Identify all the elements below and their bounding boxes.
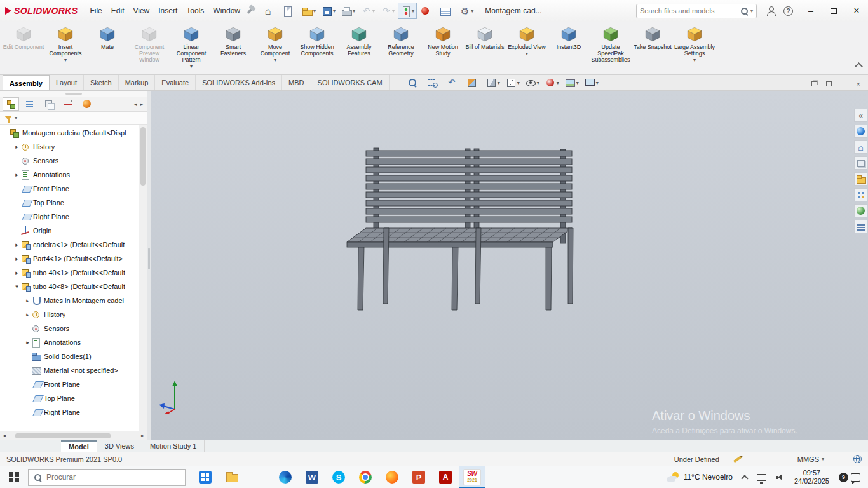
tree-item[interactable]: Origin bbox=[0, 224, 139, 238]
doc-close-button[interactable]: × bbox=[857, 80, 860, 88]
tree-item[interactable]: Front Plane bbox=[0, 377, 139, 391]
ribbon-button[interactable]: Bill of Materials ▾ bbox=[464, 24, 506, 74]
print-button[interactable]: ▾ bbox=[339, 3, 358, 19]
firefox-icon[interactable] bbox=[379, 466, 405, 488]
view-palette-tab[interactable] bbox=[854, 188, 867, 201]
document-tab[interactable]: Motion Study 1 bbox=[142, 440, 205, 452]
design-library-tab[interactable] bbox=[854, 156, 867, 170]
tree-item[interactable]: ▸ Mates in Montagem cadei bbox=[0, 294, 139, 308]
filter-dropdown-icon[interactable]: ▾ bbox=[15, 115, 17, 121]
command-tab[interactable]: Markup bbox=[119, 75, 156, 90]
edit-appearance-button[interactable]: ▾ bbox=[417, 3, 437, 19]
search-input[interactable] bbox=[640, 7, 740, 15]
file-explorer-icon[interactable] bbox=[219, 466, 245, 488]
acrobat-icon[interactable] bbox=[432, 466, 459, 488]
hscroll-thumb[interactable] bbox=[15, 433, 111, 438]
pin-menu-icon[interactable] bbox=[247, 8, 253, 13]
edge-legacy-icon[interactable] bbox=[245, 466, 272, 488]
ribbon-button[interactable]: Mate ▾ bbox=[86, 24, 128, 74]
tree-item[interactable]: Right Plane bbox=[0, 405, 139, 419]
document-tab[interactable]: Model bbox=[61, 440, 97, 452]
zoom-to-fit-button[interactable]: ▾ bbox=[407, 78, 421, 88]
hscroll-left-arrow-icon[interactable]: ◂ bbox=[0, 433, 9, 438]
taskbar-search-input[interactable] bbox=[46, 473, 180, 482]
ribbon-button[interactable]: Smart Fasteners ▾ bbox=[212, 24, 254, 74]
tree-item[interactable]: Top Plane bbox=[0, 391, 139, 405]
new-document-button[interactable]: ▾ bbox=[280, 3, 299, 19]
powerpoint-icon[interactable] bbox=[405, 466, 432, 488]
tree-item[interactable]: Front Plane bbox=[0, 182, 139, 196]
taskpane-collapse-button[interactable] bbox=[854, 109, 867, 122]
ribbon-button[interactable]: Update SpeedPak Subassemblies ▾ bbox=[590, 24, 632, 74]
save-button[interactable]: ▾ bbox=[319, 3, 338, 19]
appearances-tab[interactable] bbox=[854, 204, 867, 217]
solidworks-resources-tab[interactable] bbox=[854, 125, 867, 138]
configurationmanager-tab[interactable] bbox=[41, 97, 57, 111]
search-icon[interactable] bbox=[740, 7, 749, 15]
tree-item[interactable]: ▸ History bbox=[0, 308, 139, 322]
ribbon-button[interactable]: Instant3D ▾ bbox=[548, 24, 590, 74]
ribbon-button[interactable]: Edit Component ▾ bbox=[3, 24, 44, 74]
unit-system-selector[interactable]: MMGS ▾ bbox=[797, 456, 824, 463]
tree-expander-icon[interactable]: ▸ bbox=[13, 269, 20, 276]
tree-expander-icon[interactable]: ▸ bbox=[13, 255, 20, 262]
doc-restore-icon[interactable] bbox=[811, 81, 817, 86]
tree-expander-icon[interactable]: ▸ bbox=[24, 311, 31, 318]
view-settings-button[interactable]: ▾ bbox=[585, 78, 599, 88]
tree-item[interactable]: Material <not specified> bbox=[0, 363, 139, 377]
document-tab[interactable]: 3D Views bbox=[97, 440, 142, 452]
doc-new-window-icon[interactable] bbox=[826, 81, 832, 86]
command-tab[interactable]: Evaluate bbox=[155, 75, 196, 90]
ribbon-button[interactable]: Reference Geometry ▾ bbox=[380, 24, 422, 74]
zoom-to-area-button[interactable]: ▾ bbox=[427, 78, 441, 88]
minimize-button[interactable]: – bbox=[799, 0, 822, 22]
restore-button[interactable] bbox=[822, 0, 845, 22]
menu-item[interactable]: View bbox=[128, 4, 154, 18]
help-icon[interactable]: ? bbox=[783, 6, 793, 16]
word-icon[interactable] bbox=[299, 466, 325, 488]
ribbon-button[interactable]: Insert Components ▾ bbox=[44, 24, 86, 74]
rebuild-button[interactable]: ▾ bbox=[398, 3, 417, 19]
ribbon-button[interactable]: Linear Component Pattern ▾ bbox=[170, 24, 212, 74]
skype-icon[interactable] bbox=[325, 466, 352, 488]
menu-item[interactable]: Tools bbox=[182, 4, 208, 18]
ribbon-button[interactable]: Exploded View ▾ bbox=[506, 24, 548, 74]
display-style-button[interactable]: ▾ bbox=[506, 78, 520, 88]
command-tab[interactable]: Assembly bbox=[3, 75, 50, 90]
hide-show-items-button[interactable]: ▾ bbox=[526, 78, 539, 88]
propertymanager-tab[interactable] bbox=[22, 97, 38, 111]
command-tab[interactable]: SOLIDWORKS Add-Ins bbox=[196, 75, 282, 90]
taskbar-search[interactable] bbox=[28, 469, 186, 486]
edge-icon[interactable] bbox=[272, 466, 299, 488]
dimxpertmanager-tab[interactable] bbox=[60, 97, 76, 111]
ribbon-collapse-chevron-icon[interactable] bbox=[855, 62, 863, 71]
command-tab[interactable]: Sketch bbox=[84, 75, 119, 90]
ribbon-button[interactable]: Large Assembly Settings ▾ bbox=[674, 24, 715, 74]
ribbon-button[interactable]: Assembly Features ▾ bbox=[338, 24, 380, 74]
tree-scrollbar-thumb[interactable] bbox=[140, 127, 146, 186]
menu-item[interactable]: Window bbox=[208, 4, 245, 18]
ribbon-button[interactable]: Move Component ▾ bbox=[254, 24, 296, 74]
home-tab[interactable] bbox=[854, 140, 867, 154]
custom-properties-tab[interactable] bbox=[854, 220, 867, 233]
filter-funnel-icon[interactable] bbox=[4, 116, 12, 120]
weather-widget[interactable]: 11°C Nevoeiro bbox=[667, 472, 733, 482]
speaker-icon[interactable] bbox=[776, 473, 785, 482]
tree-expander-icon[interactable]: ▸ bbox=[13, 144, 20, 150]
tree-expander-icon[interactable]: ▸ bbox=[24, 297, 31, 304]
close-button[interactable]: × bbox=[845, 0, 868, 22]
ribbon-button[interactable]: Component Preview Window ▾ bbox=[128, 24, 170, 74]
home-button[interactable]: ▾ bbox=[260, 3, 279, 19]
display-tray-icon[interactable] bbox=[757, 474, 766, 481]
tree-expander-icon[interactable]: ▸ bbox=[13, 241, 20, 248]
tree-item[interactable]: ▸ History bbox=[0, 140, 139, 154]
tree-vertical-scrollbar[interactable] bbox=[139, 125, 147, 431]
splitter-grip[interactable] bbox=[148, 248, 150, 269]
tree-expander-icon[interactable]: ▾ bbox=[13, 283, 20, 290]
tree-item[interactable]: Montagem cadeira (Default<Displ bbox=[0, 126, 139, 140]
tree-horizontal-scrollbar[interactable]: ◂ ▸ bbox=[0, 431, 147, 440]
chrome-icon[interactable] bbox=[352, 466, 379, 488]
search-dropdown-icon[interactable]: ▾ bbox=[750, 8, 753, 14]
edit-appearance-button[interactable]: ▾ bbox=[545, 78, 559, 88]
previous-view-button[interactable]: ▾ bbox=[447, 78, 461, 88]
